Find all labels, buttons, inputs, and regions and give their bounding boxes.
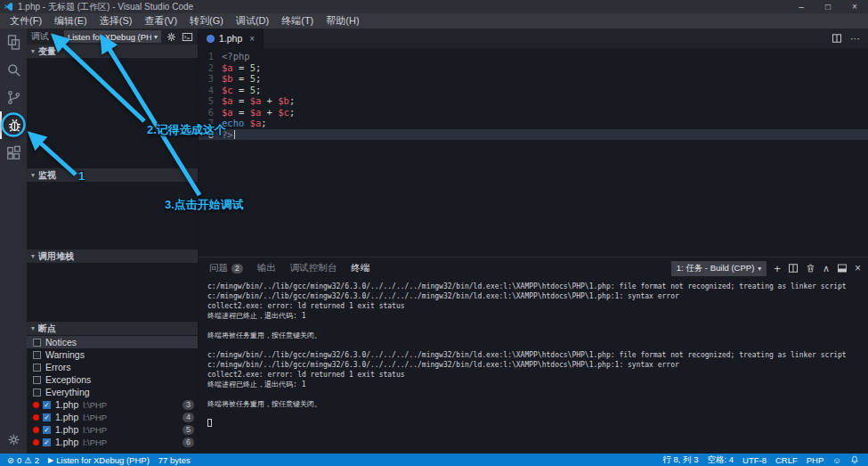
checkbox-checked-icon[interactable]: ✓ xyxy=(43,401,51,409)
section-watch[interactable]: ▾ 监视 xyxy=(27,168,198,182)
code-editor[interactable]: 1<?php2$a = 5;3$b = 5;4$c = 5;5$a = $a +… xyxy=(199,48,868,257)
text-cursor xyxy=(234,130,236,139)
breakpoint-row[interactable]: ✓1.phpl:\PHP3 xyxy=(27,398,198,411)
section-variables[interactable]: ▾ 变量 xyxy=(27,45,198,58)
breakpoint-filter-row[interactable]: Notices xyxy=(27,336,198,348)
menu-item-7[interactable]: 终端(T) xyxy=(275,14,320,28)
checkbox-icon[interactable] xyxy=(33,364,41,372)
explorer-icon[interactable] xyxy=(0,29,27,56)
more-actions-icon[interactable]: ⋯ xyxy=(850,34,860,44)
status-bar: ⊘ 0 ⚠ 2 ▶ Listen for XDebug (PHP) 77 byt… xyxy=(0,454,868,466)
tab-close-icon[interactable]: × xyxy=(249,34,255,44)
debug-settings-gear-icon[interactable] xyxy=(166,31,177,43)
cursor-position[interactable]: 行 8, 列 3 xyxy=(658,454,702,466)
code-line[interactable]: 6$a = $a + $c; xyxy=(199,107,868,119)
maximize-button[interactable]: □ xyxy=(815,0,841,13)
code-token: $a xyxy=(250,95,262,106)
panel-tab-4[interactable]: 终端 xyxy=(351,262,369,274)
debug-console-icon[interactable] xyxy=(182,31,193,43)
code-line[interactable]: 3$b = 5; xyxy=(199,73,868,85)
code-line[interactable]: 7echo $a; xyxy=(199,118,868,129)
breakpoint-row[interactable]: ✓1.phpl:\PHP5 xyxy=(27,423,198,436)
search-icon[interactable] xyxy=(0,56,27,84)
checkbox-checked-icon[interactable]: ✓ xyxy=(43,438,51,446)
panel-tab-1[interactable]: 问题2 xyxy=(209,262,243,274)
debug-view-title: 调试 xyxy=(31,30,49,43)
settings-gear-icon[interactable] xyxy=(0,426,27,454)
notifications-bell-icon[interactable] xyxy=(846,454,864,466)
editor-group: 1.php × ⋯ 1<?php2$a = 5;3$b = 5;4$c = 5;… xyxy=(199,29,868,454)
code-line[interactable]: 2$a = 5; xyxy=(199,62,868,74)
menu-item-4[interactable]: 查看(V) xyxy=(138,14,183,28)
kill-terminal-trash-icon[interactable] xyxy=(806,263,815,274)
status-bar-right: 行 8, 列 3 空格: 4 UTF-8 CRLF PHP ☺ xyxy=(658,454,864,466)
checkbox-icon[interactable] xyxy=(33,388,41,397)
code-token: + xyxy=(261,107,278,118)
tab-label: 1.php xyxy=(219,33,242,44)
breakpoint-filter-row[interactable]: Warnings xyxy=(27,348,198,361)
line-content: $a = $a + $c; xyxy=(222,107,295,119)
terminal-picker-label: 1: 任务 - Build (CPP) xyxy=(677,263,755,274)
code-line[interactable]: 1<?php xyxy=(199,51,868,62)
close-button[interactable]: × xyxy=(841,0,868,13)
line-number: 2 xyxy=(199,62,222,74)
tab-1php[interactable]: 1.php × xyxy=(199,29,264,48)
php-file-icon xyxy=(207,35,215,43)
breakpoint-filter-row[interactable]: Errors xyxy=(27,361,198,373)
line-number: 7 xyxy=(199,118,222,129)
breakpoint-filter-row[interactable]: Exceptions xyxy=(27,373,198,386)
menu-item-6[interactable]: 调试(D) xyxy=(230,14,275,28)
source-control-icon[interactable] xyxy=(0,84,27,111)
code-line[interactable]: 8?> xyxy=(199,129,868,141)
new-terminal-icon[interactable]: + xyxy=(774,263,781,274)
indentation[interactable]: 空格: 4 xyxy=(702,454,738,466)
debug-status[interactable]: ▶ Listen for XDebug (PHP) xyxy=(44,455,154,465)
breakpoint-path: l:\PHP xyxy=(83,413,107,422)
debug-icon[interactable] xyxy=(0,111,27,139)
encoding[interactable]: UTF-8 xyxy=(738,454,771,466)
problems-status[interactable]: ⊘ 0 ⚠ 2 xyxy=(3,455,44,465)
panel-tab-2[interactable]: 输出 xyxy=(257,262,276,274)
breakpoint-row[interactable]: ✓1.phpl:\PHP6 xyxy=(27,436,198,448)
section-breakpoints[interactable]: ▾ 断点 xyxy=(27,322,198,335)
panel-tab-3[interactable]: 调试控制台 xyxy=(290,262,337,274)
checkbox-icon[interactable] xyxy=(33,339,41,347)
eol-selector[interactable]: CRLF xyxy=(771,454,802,466)
menu-item-5[interactable]: 转到(G) xyxy=(183,14,230,28)
breakpoint-file: 1.php xyxy=(55,399,78,410)
breakpoint-row[interactable]: ✓1.phpl:\PHP4 xyxy=(27,411,198,423)
breakpoint-line-badge: 5 xyxy=(183,425,194,435)
breakpoint-filter-row[interactable]: Everything xyxy=(27,386,198,398)
close-panel-icon[interactable]: × xyxy=(855,263,861,274)
menu-item-3[interactable]: 选择(S) xyxy=(93,14,139,28)
breakpoint-filter-label: Everything xyxy=(45,387,90,397)
error-count: 0 xyxy=(17,455,21,465)
maximize-panel-icon[interactable]: ∧ xyxy=(823,264,830,274)
hide-panel-icon[interactable] xyxy=(837,263,848,274)
start-debug-button[interactable]: ▶ xyxy=(53,32,60,41)
terminal-picker-dropdown[interactable]: 1: 任务 - Build (CPP) ▾ xyxy=(671,261,767,276)
checkbox-icon[interactable] xyxy=(33,351,41,359)
extensions-icon[interactable] xyxy=(0,139,27,167)
feedback-smiley-icon[interactable]: ☺ xyxy=(828,454,846,466)
code-line[interactable]: 5$a = $a + $b; xyxy=(199,95,868,107)
line-content: echo $a; xyxy=(222,118,267,129)
minimize-button[interactable]: – xyxy=(788,0,815,13)
menu-item-1[interactable]: 文件(F) xyxy=(4,14,48,28)
breakpoint-filter-label: Exceptions xyxy=(45,374,91,385)
checkbox-icon[interactable] xyxy=(33,376,41,384)
checkbox-checked-icon[interactable]: ✓ xyxy=(43,426,51,434)
line-number: 1 xyxy=(199,51,222,62)
code-line[interactable]: 4$c = 5; xyxy=(199,85,868,96)
split-terminal-icon[interactable] xyxy=(788,263,799,274)
menu-item-2[interactable]: 编辑(E) xyxy=(48,14,93,28)
debug-config-dropdown[interactable]: Listen for XDebug (PHP) ▾ xyxy=(64,30,161,43)
terminal-output[interactable]: c:/mingw/bin/../lib/gcc/mingw32/6.3.0/..… xyxy=(199,279,868,454)
checkbox-checked-icon[interactable]: ✓ xyxy=(43,413,51,421)
language-mode[interactable]: PHP xyxy=(802,454,829,466)
section-call-stack[interactable]: ▾ 调用堆栈 xyxy=(27,249,198,263)
split-editor-icon[interactable] xyxy=(831,33,842,44)
line-number: 8 xyxy=(199,129,222,141)
breakpoint-line-badge: 6 xyxy=(183,437,194,447)
menu-item-8[interactable]: 帮助(H) xyxy=(320,14,365,28)
